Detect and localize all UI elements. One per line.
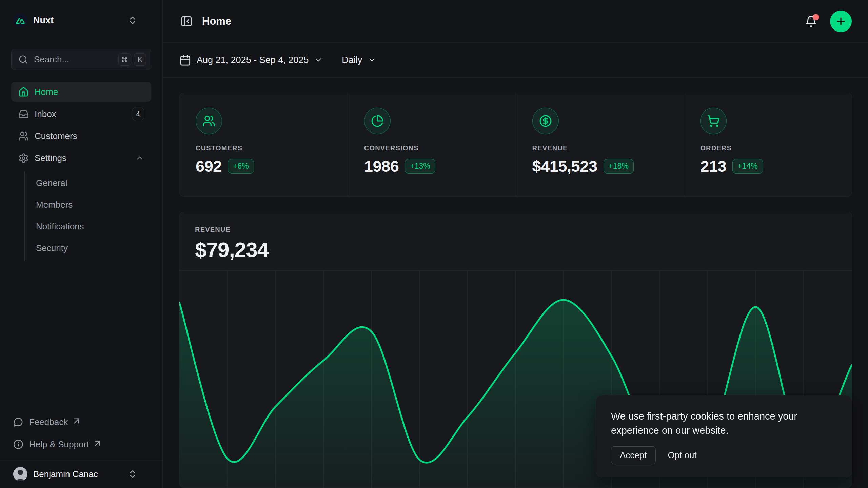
sidebar-item-home[interactable]: Home xyxy=(11,82,151,102)
sidebar-item-label: Inbox xyxy=(35,109,126,119)
sidebar-nav: Home Inbox 4 Customers Settings Genera xyxy=(11,82,151,261)
feedback-link[interactable]: Feedback xyxy=(11,411,151,433)
stat-delta-badge: +18% xyxy=(604,159,634,174)
cookie-message: We use first-party cookies to enhance yo… xyxy=(611,409,828,438)
settings-subnav: General Members Notifications Security xyxy=(24,171,151,261)
revenue-chart-value: $79,234 xyxy=(195,238,836,262)
granularity-value: Daily xyxy=(342,55,362,65)
users-icon xyxy=(202,115,215,127)
notification-dot xyxy=(813,14,819,20)
stat-icon-wrap xyxy=(196,108,222,134)
sidebar-item-label: Customers xyxy=(35,131,144,141)
user-name: Benjamin Canac xyxy=(33,469,122,480)
stat-icon-wrap xyxy=(364,108,391,134)
chevrons-up-down-icon xyxy=(127,469,138,479)
sidebar-item-inbox[interactable]: Inbox 4 xyxy=(11,104,151,124)
workspace-name: Nuxt xyxy=(33,15,122,26)
stat-label: REVENUE xyxy=(532,144,668,152)
workspace-selector[interactable]: Nuxt xyxy=(11,9,151,31)
help-support-label: Help & Support xyxy=(29,439,89,450)
chevron-down-icon xyxy=(314,56,323,64)
stat-card-orders[interactable]: ORDERS 213 +14% xyxy=(684,93,852,196)
cookie-banner: We use first-party cookies to enhance yo… xyxy=(596,395,852,477)
chevron-down-icon xyxy=(368,56,376,64)
sidebar-item-label: Settings xyxy=(35,153,130,163)
chevrons-up-down-icon xyxy=(127,15,138,25)
user-avatar xyxy=(13,467,27,481)
nuxt-logo-icon xyxy=(13,13,27,27)
sidebar-item-notifications[interactable]: Notifications xyxy=(36,216,151,237)
sidebar-collapse-button[interactable] xyxy=(179,14,194,29)
user-section: Benjamin Canac xyxy=(0,460,162,488)
shopping-cart-icon xyxy=(707,115,720,127)
cookie-actions: Accept Opt out xyxy=(611,446,837,464)
kbd-cmd: ⌘ xyxy=(118,53,131,66)
revenue-chart-label: REVENUE xyxy=(195,226,836,233)
external-link-arrow-icon xyxy=(72,416,82,426)
revenue-chart-header: REVENUE $79,234 xyxy=(179,212,852,270)
help-support-link[interactable]: Help & Support xyxy=(11,433,151,455)
users-icon xyxy=(18,131,29,141)
page-title: Home xyxy=(202,15,231,27)
stat-card-conversions[interactable]: CONVERSIONS 1986 +13% xyxy=(348,93,516,196)
sidebar-item-members[interactable]: Members xyxy=(36,194,151,216)
search-shortcut: ⌘ K xyxy=(118,53,146,66)
pie-chart-icon xyxy=(371,115,384,127)
granularity-select[interactable]: Daily xyxy=(337,51,381,69)
opt-out-button[interactable]: Opt out xyxy=(666,447,699,464)
search-input[interactable]: Search... ⌘ K xyxy=(11,49,151,70)
gear-icon xyxy=(18,153,29,163)
stat-icon-wrap xyxy=(532,108,559,134)
date-range-picker[interactable]: Aug 21, 2025 - Sep 4, 2025 xyxy=(174,50,328,70)
sidebar-item-label: Home xyxy=(35,87,144,97)
stat-icon-wrap xyxy=(700,108,727,134)
add-button[interactable] xyxy=(830,11,852,32)
sidebar-item-settings[interactable]: Settings xyxy=(11,148,151,168)
stat-delta-badge: +6% xyxy=(228,159,254,174)
accept-button[interactable]: Accept xyxy=(611,446,656,464)
plus-icon xyxy=(835,16,847,27)
page-header: Home xyxy=(163,0,868,43)
message-bubble-icon xyxy=(13,417,23,427)
chevron-up-icon xyxy=(135,154,144,162)
stat-card-customers[interactable]: CUSTOMERS 692 +6% xyxy=(179,93,348,196)
stat-card-revenue[interactable]: REVENUE $415,523 +18% xyxy=(516,93,684,196)
stat-delta-badge: +13% xyxy=(405,159,435,174)
stat-label: CUSTOMERS xyxy=(196,144,331,152)
panel-left-close-icon xyxy=(180,15,193,27)
date-range-value: Aug 21, 2025 - Sep 4, 2025 xyxy=(197,55,309,65)
inbox-icon xyxy=(18,109,29,119)
circle-dollar-icon xyxy=(539,115,552,127)
stats-grid: CUSTOMERS 692 +6% CONVERSIONS 1986 +13% xyxy=(179,93,852,197)
stat-value: 213 xyxy=(700,157,726,176)
filters-toolbar: Aug 21, 2025 - Sep 4, 2025 Daily xyxy=(163,43,868,78)
sidebar-spacer xyxy=(11,261,151,411)
inbox-count-badge: 4 xyxy=(132,108,144,120)
sidebar-item-security[interactable]: Security xyxy=(36,237,151,259)
notifications-button[interactable] xyxy=(804,14,818,29)
search-icon xyxy=(18,55,28,64)
sidebar-item-general[interactable]: General xyxy=(36,172,151,194)
stat-label: ORDERS xyxy=(700,144,835,152)
stat-value: 692 xyxy=(196,157,222,176)
stat-value: 1986 xyxy=(364,157,399,176)
sidebar: Nuxt Search... ⌘ K Home Inbox 4 xyxy=(0,0,163,488)
calendar-icon xyxy=(179,54,191,66)
stat-value: $415,523 xyxy=(532,157,597,176)
feedback-label: Feedback xyxy=(29,417,68,427)
info-circle-icon xyxy=(13,439,23,449)
stat-label: CONVERSIONS xyxy=(364,144,499,152)
header-actions xyxy=(804,11,852,32)
search-placeholder: Search... xyxy=(34,54,113,65)
external-link-arrow-icon xyxy=(93,438,103,448)
kbd-k: K xyxy=(134,53,146,66)
stat-delta-badge: +14% xyxy=(732,159,763,174)
home-icon xyxy=(18,87,29,97)
sidebar-item-customers[interactable]: Customers xyxy=(11,126,151,146)
sidebar-footer: Feedback Help & Support xyxy=(11,411,151,460)
user-menu[interactable]: Benjamin Canac xyxy=(11,465,151,483)
